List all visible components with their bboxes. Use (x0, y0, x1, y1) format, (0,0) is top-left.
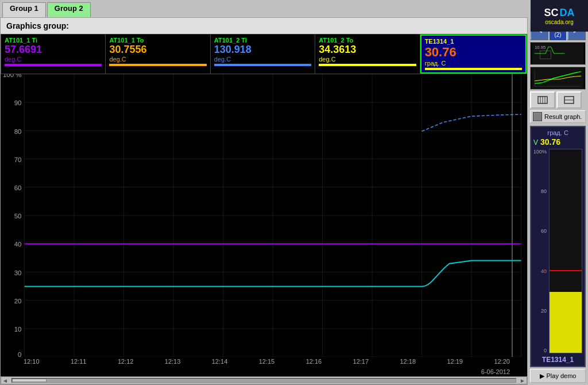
indicator-AT101_2_Ti[interactable]: AT101_2 Ti 130.918 deg.C (211, 34, 315, 74)
ind-label-1: AT101_1 To (109, 37, 206, 44)
gauge-label-20: 20 (541, 308, 547, 314)
gauge-label-40: 40 (541, 268, 547, 274)
gauge-label-100: 100% (533, 149, 547, 155)
indicator-TE1314_1[interactable]: TE1314_1 30.76 град. С (420, 34, 527, 74)
color-bar-3 (319, 64, 416, 66)
svg-text:90: 90 (14, 99, 22, 106)
chart-title: Graphics group: (1, 18, 527, 34)
ind-label-0: AT101_1 Ti (5, 37, 102, 44)
gauge-title: град. С (533, 129, 582, 137)
svg-text:100 %: 100 % (3, 74, 21, 78)
gauge-label-60: 60 (541, 228, 547, 234)
x-label-10: 12:20 (494, 358, 510, 367)
x-label-0: 12:10 (24, 358, 40, 367)
control-icons-row (530, 91, 586, 109)
gauge-v-label: V (533, 138, 538, 147)
ind-unit-1: deg.C (109, 56, 206, 63)
logo-url: oscada.org (545, 19, 573, 25)
result-label: Result graph. (544, 113, 582, 120)
x-label-2: 12:12 (118, 358, 134, 367)
ind-unit-4: град. С (425, 60, 522, 67)
x-label-6: 12:16 (306, 358, 322, 367)
ind-value-1: 30.7556 (109, 44, 206, 56)
color-bar-1 (109, 64, 206, 66)
tab-bar: Group 1 Group 2 (0, 0, 588, 17)
svg-text:10.95: 10.95 (535, 45, 546, 50)
gauge-value: 30.76 (540, 137, 560, 147)
scrollbar-track[interactable] (11, 378, 516, 383)
svg-text:20: 20 (14, 298, 22, 305)
color-bar-2 (214, 64, 311, 66)
scroll-left-arrow[interactable]: ◄ (1, 378, 9, 384)
gauge-panel: град. С V 30.76 100% 80 60 40 20 0 (530, 126, 586, 367)
logo-sc: SC (544, 7, 558, 19)
nav-page-sub: (2) (554, 32, 561, 38)
x-axis: 12:10 12:11 12:12 12:13 12:14 12:15 12:1… (1, 357, 527, 368)
svg-text:70: 70 (14, 156, 22, 163)
scroll-right-arrow[interactable]: ► (519, 378, 527, 384)
right-panel: ◄ 2 (2) ► 10.95 (528, 17, 588, 385)
tab-group1[interactable]: Group 1 (2, 2, 46, 17)
control-btn-2[interactable] (556, 91, 582, 109)
x-label-1: 12:11 (71, 358, 87, 367)
svg-text:80: 80 (14, 128, 22, 135)
ind-value-2: 130.918 (214, 44, 311, 56)
x-label-8: 12:18 (400, 358, 416, 367)
play-icon: ▶ (540, 372, 544, 380)
chart-panel: Graphics group: AT101_1 Ti 57.6691 deg.C… (0, 17, 528, 385)
result-graph-button[interactable]: Result graph. (530, 110, 586, 123)
chart-area: 100 % 90 80 70 60 50 40 30 20 10 0 (1, 74, 527, 357)
svg-text:60: 60 (14, 184, 22, 191)
gauge-mark-40 (550, 270, 582, 271)
gauge-bar-fill (550, 292, 582, 353)
tab-group2[interactable]: Group 2 (47, 2, 91, 17)
indicator-AT101_2_To[interactable]: AT101_2 To 34.3613 deg.C (315, 34, 420, 74)
svg-text:0: 0 (18, 351, 21, 357)
scrollbar-thumb[interactable] (12, 379, 47, 382)
indicator-AT101_1_Ti[interactable]: AT101_1 Ti 57.6691 deg.C (1, 34, 106, 74)
thumb1[interactable]: 10.95 (530, 42, 586, 65)
x-label-4: 12:14 (212, 358, 228, 367)
gauge-bar-area: 100% 80 60 40 20 0 (533, 149, 582, 353)
play-demo-button[interactable]: ▶ Play demo (530, 369, 586, 383)
svg-rect-43 (532, 67, 583, 89)
x-label-9: 12:19 (447, 358, 463, 367)
ind-value-4: 30.76 (425, 45, 522, 60)
chart-svg: 100 % 90 80 70 60 50 40 30 20 10 0 (1, 74, 527, 357)
x-axis-date: 6-06-2012 (1, 368, 527, 376)
color-bar-4 (425, 68, 522, 70)
gauge-value-row: V 30.76 (533, 137, 582, 147)
x-label-7: 12:17 (353, 358, 369, 367)
control-btn-1[interactable] (530, 91, 555, 109)
ind-label-3: AT101_2 To (319, 37, 416, 44)
ind-value-3: 34.3613 (319, 44, 416, 56)
thumb2[interactable] (530, 67, 586, 90)
logo: SC DA oscada.org (531, 0, 588, 32)
main-layout: Graphics group: AT101_1 Ti 57.6691 deg.C… (0, 17, 588, 385)
svg-text:30: 30 (14, 270, 22, 276)
ind-label-2: AT101_2 Ti (214, 37, 311, 44)
ind-unit-0: deg.C (5, 56, 102, 63)
ind-unit-2: deg.C (214, 56, 311, 63)
play-demo-label: Play demo (547, 372, 577, 379)
indicators-row: AT101_1 Ti 57.6691 deg.C AT101_1 To 30.7… (1, 34, 527, 74)
color-bar-0 (5, 64, 102, 66)
ind-value-0: 57.6691 (5, 44, 102, 56)
gauge-name: TE1314_1 (533, 356, 582, 364)
ind-label-4: TE1314_1 (425, 38, 522, 45)
logo-da: DA (560, 7, 575, 19)
svg-text:50: 50 (14, 213, 22, 220)
gauge-label-80: 80 (541, 188, 547, 194)
indicator-AT101_1_To[interactable]: AT101_1 To 30.7556 deg.C (106, 34, 210, 74)
ind-unit-3: deg.C (319, 56, 416, 63)
svg-text:40: 40 (14, 241, 22, 248)
chart-scrollbar[interactable]: ◄ ► (1, 376, 527, 384)
gauge-labels: 100% 80 60 40 20 0 (533, 149, 547, 353)
x-label-5: 12:15 (259, 358, 275, 367)
gauge-label-0: 0 (544, 348, 547, 353)
result-icon (533, 112, 542, 121)
svg-text:10: 10 (14, 326, 22, 333)
gauge-bar-outer (549, 149, 582, 353)
x-label-3: 12:13 (165, 358, 181, 367)
